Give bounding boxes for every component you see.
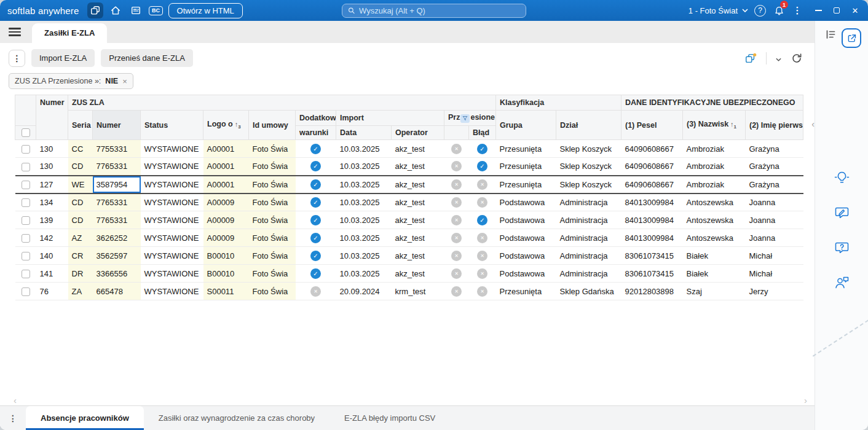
table-row[interactable]: 76ZA665478WYSTAWIONES00011Foto Świa20.09…: [15, 283, 803, 300]
cell-seria[interactable]: CD: [68, 194, 93, 211]
cell-dodatkowe[interactable]: [296, 283, 336, 300]
column-header-dodatkowe[interactable]: Dodatkowe: [296, 111, 336, 126]
cell-dodatkowe[interactable]: [296, 176, 336, 194]
column-header-grupa[interactable]: Grupa: [496, 111, 556, 140]
cell-seria[interactable]: CR: [68, 247, 93, 265]
bc-module-button[interactable]: BC: [148, 2, 164, 18]
cell-grupa[interactable]: Podstawowa: [496, 229, 556, 247]
cell-status[interactable]: WYSTAWIONE: [141, 158, 203, 176]
column-header-operator[interactable]: Operator: [392, 126, 444, 140]
cell-grupa[interactable]: Przesunięta: [496, 176, 556, 194]
cell-seria[interactable]: WE: [68, 176, 93, 194]
cell-przeniesione[interactable]: [444, 211, 469, 229]
cell-status[interactable]: WYSTAWIONE: [141, 283, 203, 300]
cell-imie[interactable]: Joanna: [746, 211, 803, 229]
views-button[interactable]: [743, 50, 759, 66]
cell-nazwisko[interactable]: Ambroziak: [683, 140, 746, 158]
bottom-tab-0[interactable]: Absencje pracowników: [26, 406, 144, 430]
cell-numer[interactable]: 142: [36, 229, 68, 247]
cell-blad[interactable]: [469, 176, 496, 194]
group-header-klasyfikacja[interactable]: Klasyfikacja: [496, 95, 621, 111]
column-header-blad[interactable]: Błąd: [469, 126, 496, 140]
cell-seria[interactable]: DR: [68, 265, 93, 283]
cell-zus_numer[interactable]: 7765331: [93, 194, 141, 211]
cell-blad[interactable]: [469, 211, 496, 229]
cell-id_umowy[interactable]: Foto Świa: [249, 283, 296, 300]
cell-status[interactable]: WYSTAWIONE: [141, 229, 203, 247]
cell-dodatkowe[interactable]: [296, 265, 336, 283]
cell-seria[interactable]: CD: [68, 158, 93, 176]
cell-przeniesione[interactable]: [444, 283, 469, 300]
cell-dodatkowe[interactable]: [296, 140, 336, 158]
cell-przeniesione[interactable]: [444, 194, 469, 211]
cell-operator[interactable]: krm_test: [392, 283, 444, 300]
company-selector[interactable]: 1 - Foto Świat: [688, 6, 748, 15]
cell-operator[interactable]: akz_test: [392, 140, 444, 158]
cell-operator[interactable]: akz_test: [392, 229, 444, 247]
cell-numer[interactable]: 141: [36, 265, 68, 283]
cell-import_data[interactable]: 10.03.2025: [336, 265, 392, 283]
column-header-nazwisko[interactable]: (3) Nazwisk↑1: [683, 111, 746, 140]
column-header-pesel[interactable]: (1) Pesel: [621, 111, 683, 140]
import-ezla-button[interactable]: Import E-ZLA: [31, 49, 95, 67]
table-row[interactable]: 140CR3562597WYSTAWIONEB00010Foto Świa10.…: [15, 247, 803, 265]
search-input[interactable]: [359, 6, 521, 15]
toolbar-more-button[interactable]: ⋮: [9, 50, 25, 67]
cell-przeniesione[interactable]: [444, 140, 469, 158]
cell-id_umowy[interactable]: Foto Świa: [249, 194, 296, 211]
cell-dodatkowe[interactable]: [296, 229, 336, 247]
cell-nazwisko[interactable]: Antoszewska: [683, 194, 746, 211]
cell-seria[interactable]: AZ: [68, 229, 93, 247]
cell-import_data[interactable]: 10.03.2025: [336, 176, 392, 194]
cell-imie[interactable]: Grażyna: [746, 140, 803, 158]
column-header-status[interactable]: Status: [141, 111, 203, 140]
cell-imie[interactable]: Michał: [746, 265, 803, 283]
feedback-button[interactable]: [831, 202, 852, 223]
table-row[interactable]: 130CC7755331WYSTAWIONEA00001Foto Świa10.…: [15, 140, 803, 158]
cell-blad[interactable]: [469, 140, 496, 158]
cell-logo[interactable]: B00010: [203, 247, 249, 265]
cell-przeniesione[interactable]: [444, 229, 469, 247]
row-checkbox[interactable]: [22, 181, 30, 189]
table-row[interactable]: 139CD7765331WYSTAWIONEA00009Foto Świa10.…: [15, 211, 803, 229]
table-row[interactable]: 142AZ3626252WYSTAWIONEA00009Foto Świa10.…: [15, 229, 803, 247]
cell-status[interactable]: WYSTAWIONE: [141, 194, 203, 211]
cell-blad[interactable]: [469, 229, 496, 247]
cell-pesel[interactable]: 84013009984: [621, 194, 683, 211]
share-button[interactable]: [842, 28, 861, 48]
cell-id_umowy[interactable]: Foto Świa: [249, 140, 296, 158]
cell-grupa[interactable]: Podstawowa: [496, 194, 556, 211]
cell-seria[interactable]: CD: [68, 211, 93, 229]
cell-zus_numer[interactable]: 7755331: [93, 140, 141, 158]
cell-operator[interactable]: akz_test: [392, 211, 444, 229]
panel-toggle-button[interactable]: [824, 28, 837, 43]
cell-seria[interactable]: CC: [68, 140, 93, 158]
ideas-button[interactable]: [831, 167, 852, 188]
cell-nazwisko[interactable]: Ambroziak: [683, 158, 746, 176]
chip-remove-icon[interactable]: ×: [122, 77, 127, 85]
menu-button[interactable]: [9, 24, 25, 40]
cell-dzial[interactable]: Sklep Koszyck: [556, 140, 621, 158]
cell-nazwisko[interactable]: Ambroziak: [683, 176, 746, 194]
contact-button[interactable]: [831, 272, 852, 293]
cell-dzial[interactable]: Sklep Koszyck: [556, 176, 621, 194]
cell-grupa[interactable]: Przesunięta: [496, 283, 556, 300]
cell-zus_numer[interactable]: 3626252: [93, 229, 141, 247]
help-chat-button[interactable]: [831, 237, 852, 258]
scroll-left-icon[interactable]: ‹: [14, 395, 17, 405]
cell-id_umowy[interactable]: Foto Świa: [249, 176, 296, 194]
table-row[interactable]: 127WE3587954WYSTAWIONEA00001Foto Świa10.…: [15, 176, 803, 194]
cell-status[interactable]: WYSTAWIONE: [141, 247, 203, 265]
select-all-checkbox[interactable]: [22, 128, 30, 137]
cell-przeniesione[interactable]: [444, 247, 469, 265]
cell-dzial[interactable]: Administracja: [556, 265, 621, 283]
column-header-data[interactable]: Data: [336, 126, 392, 140]
cell-dzial[interactable]: Sklep Gdańska: [556, 283, 621, 300]
group-header-zus-zla[interactable]: ZUS ZLA: [68, 95, 496, 111]
news-button[interactable]: [128, 2, 144, 18]
cell-logo[interactable]: A00009: [203, 211, 249, 229]
cell-pesel[interactable]: 92012803898: [621, 283, 683, 300]
cell-dodatkowe[interactable]: [296, 211, 336, 229]
workspaces-button[interactable]: [87, 2, 103, 18]
cell-nazwisko[interactable]: Antoszewska: [683, 211, 746, 229]
